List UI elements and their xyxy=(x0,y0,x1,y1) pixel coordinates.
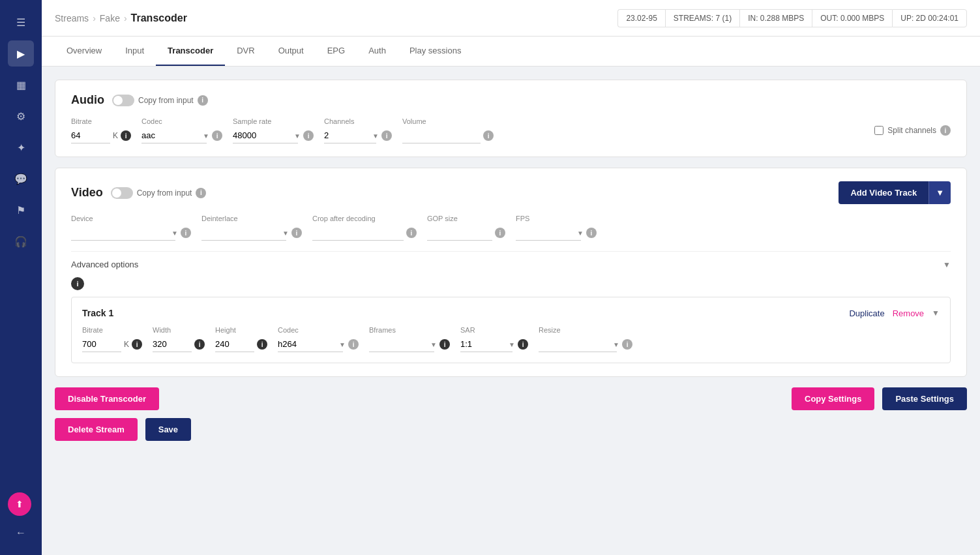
track-width-input[interactable] xyxy=(153,337,192,352)
delete-stream-button[interactable]: Delete Stream xyxy=(55,418,138,441)
audio-split-channels-label: Split channels xyxy=(887,126,936,135)
add-track-group: Add Video Track ▼ xyxy=(839,181,951,204)
video-crop-label: Crop after decoding xyxy=(312,215,417,222)
audio-copy-toggle-group: Copy from input i xyxy=(112,95,208,106)
video-fps-info-icon[interactable]: i xyxy=(586,228,597,238)
video-fps-label: FPS xyxy=(516,215,597,222)
track-1-header: Track 1 Duplicate Remove ▼ xyxy=(82,308,940,318)
audio-volume-info-icon[interactable]: i xyxy=(483,130,494,141)
audio-copy-info-icon[interactable]: i xyxy=(198,95,208,106)
tab-epg[interactable]: EPG xyxy=(316,37,357,66)
breadcrumb-fake[interactable]: Fake xyxy=(100,13,120,23)
add-video-track-button[interactable]: Add Video Track xyxy=(839,181,928,204)
audio-channels-info-icon[interactable]: i xyxy=(381,130,392,141)
video-copy-info-icon[interactable]: i xyxy=(196,188,206,198)
audio-split-channels-group: Split channels i xyxy=(874,125,951,136)
video-deinterlace-select[interactable] xyxy=(201,225,286,241)
sidebar-back-icon[interactable]: ← xyxy=(8,520,34,546)
sidebar-menu-icon[interactable]: ☰ xyxy=(8,9,34,35)
track-sar-select[interactable]: 1:1 4:3 16:9 xyxy=(460,337,512,352)
video-deinterlace-label: Deinterlace xyxy=(201,215,302,222)
audio-codec-select[interactable]: aac mp3 opus xyxy=(141,128,207,143)
audio-bitrate-info-icon[interactable]: i xyxy=(121,130,131,141)
video-crop-input[interactable] xyxy=(312,225,404,241)
disable-transcoder-button[interactable]: Disable Transcoder xyxy=(55,387,159,410)
track-bframes-info-icon[interactable]: i xyxy=(439,339,450,350)
track-bframes-label: Bframes xyxy=(369,326,450,334)
breadcrumb-sep-1: › xyxy=(93,13,96,23)
audio-sample-rate-info-icon[interactable]: i xyxy=(303,130,314,141)
flag-icon: ⚑ xyxy=(16,204,25,217)
chevron-down-icon: ▼ xyxy=(943,260,951,269)
track-bitrate-info-icon[interactable]: i xyxy=(132,339,142,350)
track-resize-info-icon[interactable]: i xyxy=(622,339,632,350)
audio-sample-rate-select[interactable]: 48000 44100 96000 xyxy=(233,128,298,143)
track-codec-label: Codec xyxy=(278,326,359,334)
track-bitrate-input[interactable] xyxy=(82,337,121,352)
audio-channels-select[interactable]: 2 1 6 xyxy=(324,128,376,143)
audio-form-row: Bitrate K i Codec aac mp3 opus xyxy=(71,117,951,143)
tab-transcoder[interactable]: Transcoder xyxy=(156,37,225,66)
track-height-input[interactable] xyxy=(215,337,254,352)
tab-dvr[interactable]: DVR xyxy=(225,37,266,66)
track-duplicate-button[interactable]: Duplicate xyxy=(849,308,884,318)
track-height-info-icon[interactable]: i xyxy=(257,339,267,350)
track-bframes-select[interactable]: 0 1 2 3 xyxy=(369,337,434,352)
track-remove-button[interactable]: Remove xyxy=(893,308,924,318)
sidebar-chart-icon[interactable]: ▦ xyxy=(8,72,34,98)
audio-sample-rate-label: Sample rate xyxy=(233,117,314,125)
audio-copy-toggle[interactable] xyxy=(112,95,134,106)
video-copy-toggle[interactable] xyxy=(111,187,133,199)
track-sar-info-icon[interactable]: i xyxy=(518,339,528,350)
video-crop-info-icon[interactable]: i xyxy=(406,228,417,238)
audio-split-channels-info-icon[interactable]: i xyxy=(940,125,951,136)
video-gop-input[interactable] xyxy=(427,225,492,241)
add-video-track-arrow-button[interactable]: ▼ xyxy=(928,181,951,204)
track-width-label: Width xyxy=(153,326,205,334)
sidebar-chat-icon[interactable]: 💬 xyxy=(8,166,34,192)
track-codec-select[interactable]: h264 h265 vp8 vp9 xyxy=(278,337,343,352)
track-info-icon: i xyxy=(71,277,84,290)
breadcrumb-streams[interactable]: Streams xyxy=(55,13,89,23)
audio-codec-info-icon[interactable]: i xyxy=(212,130,222,141)
video-fps-select[interactable] xyxy=(516,225,581,241)
video-device-select[interactable] xyxy=(71,225,175,241)
tab-output[interactable]: Output xyxy=(267,37,316,66)
track-1-actions: Duplicate Remove ▼ xyxy=(849,308,940,318)
audio-split-channels-checkbox[interactable] xyxy=(874,126,883,135)
tab-play-sessions[interactable]: Play sessions xyxy=(398,37,473,66)
chat-icon: 💬 xyxy=(14,173,27,185)
video-device-info-icon[interactable]: i xyxy=(181,228,191,238)
save-button[interactable]: Save xyxy=(145,418,191,441)
tab-input[interactable]: Input xyxy=(113,37,156,66)
settings-icon: ⚙ xyxy=(16,110,25,123)
stat-up: UP: 2D 00:24:01 xyxy=(892,9,967,27)
audio-volume-input[interactable] xyxy=(402,128,481,143)
tab-auth[interactable]: Auth xyxy=(357,37,398,66)
video-gop-label: GOP size xyxy=(427,215,505,222)
upload-button[interactable]: ⬆ xyxy=(8,492,31,516)
sidebar-play-icon[interactable]: ▶ xyxy=(8,40,34,67)
track-resize-select[interactable] xyxy=(539,337,617,352)
track-codec-info-icon[interactable]: i xyxy=(348,339,359,350)
track-bitrate-label: Bitrate xyxy=(82,326,142,334)
track-width-info-icon[interactable]: i xyxy=(194,339,205,350)
sidebar-headset-icon[interactable]: 🎧 xyxy=(8,228,34,254)
copy-settings-button[interactable]: Copy Settings xyxy=(792,387,874,410)
audio-bitrate-suffix: K xyxy=(113,131,118,140)
tab-overview[interactable]: Overview xyxy=(55,37,113,66)
video-deinterlace-info-icon[interactable]: i xyxy=(291,228,302,238)
sidebar-settings-icon[interactable]: ⚙ xyxy=(8,103,34,129)
video-gop-info-icon[interactable]: i xyxy=(495,228,505,238)
advanced-options-label: Advanced options xyxy=(71,260,138,269)
audio-bitrate-input[interactable] xyxy=(71,128,110,143)
audio-bitrate-label: Bitrate xyxy=(71,117,131,125)
page-title: Transcoder xyxy=(131,12,187,24)
track-collapse-icon[interactable]: ▼ xyxy=(932,308,940,318)
sidebar-plugins-icon[interactable]: ✦ xyxy=(8,134,34,160)
advanced-options-toggle[interactable]: Advanced options ▼ xyxy=(71,251,951,277)
track-width-group: Width i xyxy=(153,326,205,352)
track-sar-label: SAR xyxy=(460,326,528,334)
paste-settings-button[interactable]: Paste Settings xyxy=(882,387,967,410)
sidebar-flag-icon[interactable]: ⚑ xyxy=(8,197,34,223)
